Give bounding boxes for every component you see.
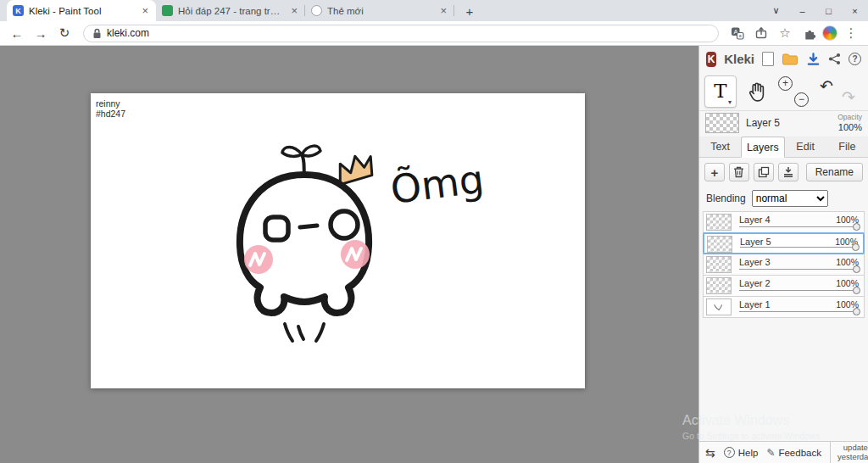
- lock-icon: [92, 28, 102, 39]
- opacity-slider-track[interactable]: [740, 247, 855, 248]
- layer-row-layer3[interactable]: Layer 3 100%: [703, 254, 865, 276]
- opacity-slider-track[interactable]: [739, 290, 856, 291]
- feedback-link[interactable]: ✎ Feedback: [766, 447, 821, 459]
- forward-button[interactable]: →: [31, 23, 51, 43]
- main-content: reinny #hd247: [0, 46, 868, 463]
- maximize-button[interactable]: □: [815, 0, 842, 21]
- extensions-puzzle-icon[interactable]: [798, 23, 819, 43]
- layer-name: Layer 2: [739, 278, 771, 288]
- current-layer-name: Layer 5: [746, 117, 831, 129]
- opacity-slider-track[interactable]: [739, 269, 856, 270]
- opacity-slider-knob[interactable]: [853, 287, 860, 294]
- close-tab-icon[interactable]: ×: [140, 5, 150, 16]
- address-bar[interactable]: kleki.com: [83, 25, 719, 42]
- opacity-slider-track[interactable]: [739, 311, 856, 312]
- opacity-slider-knob[interactable]: [852, 243, 860, 251]
- browser-titlebar: K Kleki - Paint Tool × Hỏi đáp 247 - tra…: [0, 0, 868, 21]
- panel-top-bar: K Kleki ?: [699, 46, 868, 72]
- browser-tab-hoidap[interactable]: Hỏi đáp 247 - trang tra loi ×: [156, 0, 305, 21]
- browser-tab-kleki[interactable]: K Kleki - Paint Tool ×: [7, 0, 156, 21]
- help-button[interactable]: ?: [849, 53, 861, 65]
- browser-toolbar: ← → ↻ kleki.com Aa ☆ ⋮: [0, 21, 868, 46]
- help-link[interactable]: ? Help: [724, 447, 759, 458]
- tab-edit[interactable]: Edit: [785, 137, 826, 157]
- rename-button[interactable]: Rename: [806, 163, 863, 181]
- trash-icon: [733, 166, 744, 178]
- tab-title: Hỏi đáp 247 - trang tra loi: [178, 6, 284, 16]
- layer-thumbnail: [706, 277, 732, 294]
- chevron-down-icon: ▾: [728, 98, 732, 106]
- opacity-slider-knob[interactable]: [853, 223, 860, 231]
- new-image-button[interactable]: [762, 52, 774, 66]
- layer-row-layer2[interactable]: Layer 2 100%: [703, 275, 865, 297]
- layer-actions: + Rename: [699, 158, 868, 187]
- layer-thumbnail: [706, 214, 732, 231]
- duplicate-icon: [758, 166, 770, 178]
- zoom-out-icon[interactable]: −: [794, 92, 809, 107]
- undo-icon[interactable]: ↶: [820, 76, 833, 96]
- layer-row-layer1[interactable]: Layer 1 100%: [703, 296, 865, 318]
- send-to-device-icon[interactable]: [751, 23, 771, 43]
- browser-menu-icon[interactable]: ⋮: [841, 23, 861, 43]
- text-tool-button[interactable]: T ▾: [704, 75, 737, 108]
- paint-canvas[interactable]: reinny #hd247: [91, 93, 585, 388]
- opacity-slider-knob[interactable]: [853, 308, 860, 315]
- back-button[interactable]: ←: [7, 23, 27, 43]
- reload-button[interactable]: ↻: [54, 23, 75, 43]
- kleki-logo-icon: K: [706, 52, 716, 67]
- redo-icon[interactable]: ↷: [842, 87, 855, 107]
- blending-select[interactable]: normal: [752, 190, 828, 207]
- canvas-drawing[interactable]: Õmg: [91, 93, 585, 388]
- updated-status: updated yesterday: [830, 442, 868, 463]
- opacity-slider-track[interactable]: [739, 226, 856, 227]
- window-controls: ∨ – □ ×: [763, 0, 868, 21]
- blending-row: Blending normal: [699, 187, 868, 209]
- opacity-value: 100%: [837, 123, 862, 132]
- merge-layer-button[interactable]: [778, 163, 798, 181]
- merge-down-icon: [782, 166, 794, 178]
- opacity-slider-knob[interactable]: [853, 265, 860, 273]
- hand-tool-button[interactable]: [743, 75, 769, 108]
- layer-name: Layer 3: [739, 257, 771, 267]
- close-tab-icon[interactable]: ×: [289, 5, 299, 16]
- feedback-label: Feedback: [778, 448, 821, 458]
- bookmark-star-icon[interactable]: ☆: [775, 23, 795, 43]
- tab-layers[interactable]: Layers: [741, 137, 784, 158]
- crown-doodle: [335, 153, 375, 185]
- layer-row-layer5[interactable]: Layer 5 100%: [703, 232, 865, 254]
- download-button[interactable]: [806, 53, 821, 66]
- add-layer-button[interactable]: +: [704, 163, 725, 181]
- open-file-button[interactable]: [782, 53, 798, 65]
- duplicate-layer-button[interactable]: [754, 163, 774, 181]
- browser-tab-new[interactable]: Thẻ mới ×: [305, 0, 454, 21]
- close-window-button[interactable]: ×: [842, 0, 868, 21]
- folder-icon: [782, 53, 798, 65]
- workspace-background: reinny #hd247: [0, 46, 698, 463]
- profile-avatar[interactable]: [822, 25, 837, 41]
- help-icon: ?: [849, 53, 861, 65]
- tab-search-chevron-icon[interactable]: ∨: [763, 0, 789, 21]
- newtab-favicon-icon: [311, 5, 322, 16]
- new-tab-button[interactable]: +: [459, 1, 480, 21]
- opacity-display: Opacity 100%: [837, 114, 862, 132]
- translate-icon[interactable]: Aa: [727, 23, 748, 43]
- hoidap-favicon-icon: [162, 5, 173, 16]
- delete-layer-button[interactable]: [729, 163, 749, 181]
- current-layer-thumbnail[interactable]: [705, 113, 739, 133]
- layer-thumbnail: [706, 298, 732, 315]
- zoom-in-icon[interactable]: +: [778, 76, 793, 91]
- screen: K Kleki - Paint Tool × Hỏi đáp 247 - tra…: [0, 0, 868, 463]
- download-icon: [806, 53, 821, 66]
- history-controls: ↶ ↷: [818, 75, 859, 109]
- tab-text[interactable]: Text: [699, 137, 741, 157]
- minimize-button[interactable]: –: [789, 0, 815, 21]
- help-label: Help: [738, 448, 759, 458]
- layer-row-layer4[interactable]: Layer 4 100%: [703, 211, 865, 233]
- plus-icon: +: [711, 166, 719, 179]
- tab-file[interactable]: File: [826, 137, 868, 157]
- tab-title: Kleki - Paint Tool: [29, 6, 135, 16]
- swap-icon[interactable]: ⇆: [705, 446, 715, 460]
- share-button[interactable]: [828, 53, 841, 65]
- close-tab-icon[interactable]: ×: [438, 5, 448, 16]
- panel-footer: ⇆ ? Help ✎ Feedback updated yesterday: [699, 441, 868, 463]
